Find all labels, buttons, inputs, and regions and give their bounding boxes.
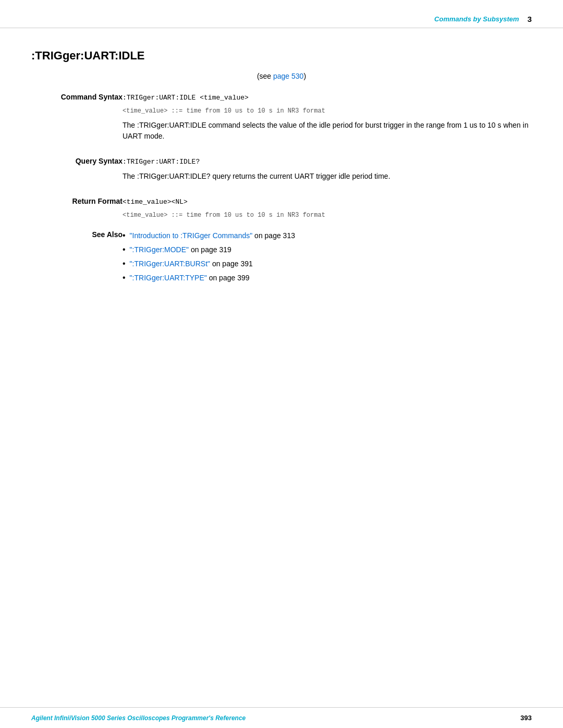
main-content: :TRIGger:UART:IDLE (see page 530) Comman… (0, 28, 563, 320)
doc-table: Command Syntax :TRIGger:UART:IDLE <time_… (31, 91, 532, 289)
header-page-number: 3 (528, 15, 532, 23)
footer-page-number: 393 (520, 714, 532, 722)
see-also-row: See Also • "Introduction to :TRIGger Com… (31, 228, 532, 289)
header-section-title: Commands by Subsystem (434, 15, 519, 23)
bullet-2: • (123, 258, 126, 269)
query-syntax-label: Query Syntax (31, 155, 123, 189)
command-syntax-code1: :TRIGger:UART:IDLE <time_value> (123, 93, 532, 103)
see-also-list: • "Introduction to :TRIGger Commands" on… (123, 230, 532, 283)
see-also-item-0-text: "Introduction to :TRIGger Commands" on p… (130, 230, 295, 241)
see-also-suffix-2: on page 391 (210, 260, 253, 268)
see-page-line: (see page 530) (31, 72, 532, 80)
see-also-item-1-text: ":TRIGger:MODE" on page 319 (130, 244, 231, 255)
see-also-item-0: • "Introduction to :TRIGger Commands" on… (123, 230, 532, 241)
return-format-code1: <time_value><NL> (123, 197, 532, 207)
return-format-row: Return Format <time_value><NL> <time_val… (31, 195, 532, 222)
bullet-1: • (123, 244, 126, 255)
page-header: Commands by Subsystem 3 (0, 0, 563, 28)
return-format-content: <time_value><NL> <time_value> ::= time f… (123, 195, 532, 222)
see-also-item-2-text: ":TRIGger:UART:BURSt" on page 391 (130, 258, 253, 269)
query-syntax-code1: :TRIGger:UART:IDLE? (123, 157, 532, 167)
see-also-suffix-3: on page 399 (207, 274, 250, 282)
command-syntax-row: Command Syntax :TRIGger:UART:IDLE <time_… (31, 91, 532, 149)
spacer-2 (31, 189, 532, 195)
see-also-content: • "Introduction to :TRIGger Commands" on… (123, 228, 532, 289)
see-also-item-3: • ":TRIGger:UART:TYPE" on page 399 (123, 273, 532, 283)
see-also-link-3[interactable]: ":TRIGger:UART:TYPE" (130, 274, 207, 282)
section-heading: :TRIGger:UART:IDLE (31, 49, 532, 63)
see-also-item-2: • ":TRIGger:UART:BURSt" on page 391 (123, 258, 532, 269)
see-also-item-3-text: ":TRIGger:UART:TYPE" on page 399 (130, 273, 250, 283)
footer-title: Agilent InfiniiVision 5000 Series Oscill… (31, 714, 246, 722)
query-syntax-row: Query Syntax :TRIGger:UART:IDLE? The :TR… (31, 155, 532, 189)
see-also-link-0[interactable]: "Introduction to :TRIGger Commands" (130, 231, 253, 240)
see-also-suffix-1: on page 319 (189, 245, 231, 254)
spacer-3 (31, 222, 532, 228)
query-syntax-description: The :TRIGger:UART:IDLE? query returns th… (123, 171, 532, 182)
bullet-0: • (123, 230, 126, 241)
see-also-link-1[interactable]: ":TRIGger:MODE" (130, 245, 189, 254)
command-syntax-content: :TRIGger:UART:IDLE <time_value> <time_va… (123, 91, 532, 149)
return-format-code2: <time_value> ::= time from 10 us to 10 s… (123, 211, 532, 220)
query-syntax-content: :TRIGger:UART:IDLE? The :TRIGger:UART:ID… (123, 155, 532, 189)
command-syntax-description: The :TRIGger:UART:IDLE command selects t… (123, 120, 532, 142)
page-container: Commands by Subsystem 3 :TRIGger:UART:ID… (0, 0, 563, 728)
see-also-suffix-0: on page 313 (252, 231, 295, 240)
spacer-1 (31, 149, 532, 155)
see-page-link[interactable]: page 530 (273, 72, 303, 80)
command-syntax-label: Command Syntax (31, 91, 123, 149)
see-also-item-1: • ":TRIGger:MODE" on page 319 (123, 244, 532, 255)
see-also-label: See Also (31, 228, 123, 289)
command-syntax-code2: <time_value> ::= time from 10 us to 10 s… (123, 106, 532, 116)
see-also-link-2[interactable]: ":TRIGger:UART:BURSt" (130, 260, 210, 268)
page-footer: Agilent InfiniiVision 5000 Series Oscill… (0, 707, 563, 728)
return-format-label: Return Format (31, 195, 123, 222)
bullet-3: • (123, 273, 126, 283)
